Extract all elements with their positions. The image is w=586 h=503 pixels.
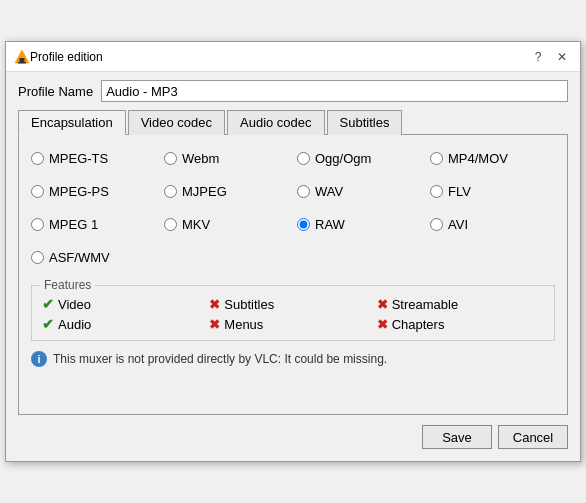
radio-mpeg-ts[interactable]: MPEG-TS <box>31 151 156 166</box>
features-title: Features <box>40 278 95 292</box>
svg-rect-2 <box>18 62 26 64</box>
feature-subtitles: ✖ Subtitles <box>209 296 376 312</box>
radio-mjpeg[interactable]: MJPEG <box>164 184 289 199</box>
help-button[interactable]: ? <box>528 47 548 67</box>
check-icon: ✔ <box>42 316 54 332</box>
tab-video-codec[interactable]: Video codec <box>128 110 225 135</box>
radio-mpeg1[interactable]: MPEG 1 <box>31 217 156 232</box>
tab-encapsulation[interactable]: Encapsulation <box>18 110 126 135</box>
close-button[interactable]: ✕ <box>552 47 572 67</box>
features-section: Features ✔ Video ✖ Subtitles ✖ Streamabl… <box>31 285 555 341</box>
svg-rect-1 <box>20 58 25 62</box>
features-grid: ✔ Video ✖ Subtitles ✖ Streamable ✔ Audio <box>42 296 544 332</box>
feature-chapters: ✖ Chapters <box>377 316 544 332</box>
radio-mpeg-ps[interactable]: MPEG-PS <box>31 184 156 199</box>
feature-menus: ✖ Menus <box>209 316 376 332</box>
vlc-icon <box>14 49 30 65</box>
feature-video: ✔ Video <box>42 296 209 312</box>
x-icon: ✖ <box>377 297 388 312</box>
encapsulation-options: MPEG-TS Webm Ogg/Ogm MP4/MOV MPEG-P <box>31 151 555 265</box>
x-icon: ✖ <box>209 317 220 332</box>
title-bar: Profile edition ? ✕ <box>6 42 580 72</box>
x-icon: ✖ <box>377 317 388 332</box>
cancel-button[interactable]: Cancel <box>498 425 568 449</box>
x-icon: ✖ <box>209 297 220 312</box>
info-icon: i <box>31 351 47 367</box>
dialog: Profile edition ? ✕ Profile Name Encapsu… <box>5 41 581 462</box>
button-row: Save Cancel <box>18 425 568 449</box>
profile-name-row: Profile Name <box>18 80 568 102</box>
title-bar-controls: ? ✕ <box>528 47 572 67</box>
dialog-content: Profile Name Encapsulation Video codec A… <box>6 72 580 461</box>
feature-streamable: ✖ Streamable <box>377 296 544 312</box>
radio-avi[interactable]: AVI <box>430 217 555 232</box>
radio-asf-wmv[interactable]: ASF/WMV <box>31 250 156 265</box>
radio-mp4-mov[interactable]: MP4/MOV <box>430 151 555 166</box>
radio-wav[interactable]: WAV <box>297 184 422 199</box>
radio-flv[interactable]: FLV <box>430 184 555 199</box>
info-row: i This muxer is not provided directly by… <box>31 351 555 367</box>
profile-name-label: Profile Name <box>18 84 93 99</box>
tabs: Encapsulation Video codec Audio codec Su… <box>18 110 568 135</box>
radio-ogg-ogm[interactable]: Ogg/Ogm <box>297 151 422 166</box>
profile-name-input[interactable] <box>101 80 568 102</box>
tab-subtitles[interactable]: Subtitles <box>327 110 403 135</box>
dialog-title: Profile edition <box>30 50 528 64</box>
tab-audio-codec[interactable]: Audio codec <box>227 110 325 135</box>
tab-content-encapsulation: MPEG-TS Webm Ogg/Ogm MP4/MOV MPEG-P <box>18 135 568 415</box>
radio-mkv[interactable]: MKV <box>164 217 289 232</box>
feature-audio: ✔ Audio <box>42 316 209 332</box>
radio-webm[interactable]: Webm <box>164 151 289 166</box>
info-message: This muxer is not provided directly by V… <box>53 352 387 366</box>
radio-raw[interactable]: RAW <box>297 217 422 232</box>
check-icon: ✔ <box>42 296 54 312</box>
save-button[interactable]: Save <box>422 425 492 449</box>
